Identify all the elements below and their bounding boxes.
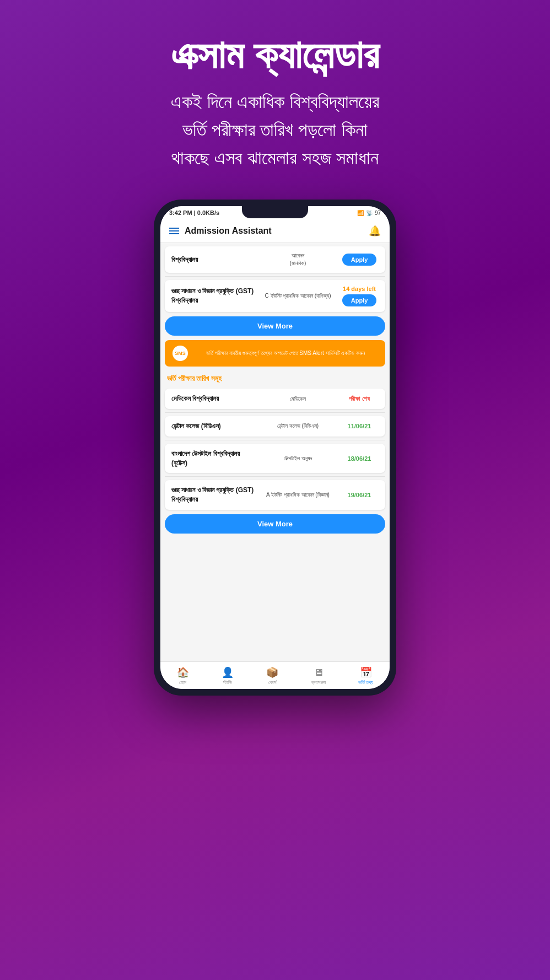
exam-date-badge-4: 19/06/21: [348, 492, 371, 498]
exam-date-badge-3: 18/06/21: [348, 455, 371, 462]
exam-date-1: পরীক্ষা শেষ: [340, 395, 379, 402]
days-left-badge: 14 days left: [343, 286, 376, 292]
exam-card-left-2: ডেন্টাল কলেজ (বিডিএস): [171, 422, 256, 431]
status-icons: 📶 📡 97: [357, 210, 381, 216]
exam-title-4: গুচ্ছ সাধারন ও বিজ্ঞান প্রযুক্তি (GST) ব…: [171, 486, 256, 504]
exam-unit-2: ডেন্টাল কলেজ (বিডিএস): [256, 422, 340, 430]
signal-icon: 📶: [357, 210, 364, 216]
status-time: 3:42 PM | 0.0KB/s: [169, 209, 219, 216]
exam-section-title: ভর্তি পরীক্ষার তারিখ সমূহ: [160, 370, 390, 385]
sms-banner[interactable]: SMS ভর্তি পরীক্ষার যাবতীয় গুরুত্বপূর্ণ …: [165, 340, 385, 367]
exam-date-2: 11/06/21: [340, 423, 379, 429]
divider-2: [165, 412, 385, 413]
header-left: Admission Assistant: [169, 226, 272, 236]
exam-card-2: ডেন্টাল কলেজ (বিডিএস) ডেন্টাল কলেজ (বিডি…: [165, 416, 385, 437]
sms-text: ভর্তি পরীক্ষার যাবতীয় গুরুত্বপূর্ণ তথ্য…: [193, 349, 378, 357]
divider-1: [165, 276, 385, 277]
view-more-button-2[interactable]: View More: [165, 514, 385, 534]
hero-section: এক্সাম ক্যালেন্ডার একই দিনে একাধিক বিশ্ব…: [0, 0, 550, 183]
divider-3: [165, 440, 385, 440]
card-left-1: বিশ্ববিদ্যালয়: [171, 255, 256, 265]
exam-title-3: বাংলাদেশ টেক্সটাইল বিশ্ববিদ্যালয় (বুটেক…: [171, 449, 256, 468]
bottom-nav: 🏠 হোম 👤 স্টাডি 📦 কোর্স 🖥 ক্লাসরুম 📅: [160, 661, 390, 689]
card-title-1: বিশ্ববিদ্যালয়: [171, 255, 256, 265]
course-icon: 📦: [266, 666, 278, 679]
admission-card-1: বিশ্ববিদ্যালয় আবেদন(মানবিক) Apply: [165, 246, 385, 273]
nav-course[interactable]: 📦 কোর্স: [262, 665, 283, 687]
hero-title: এক্সাম ক্যালেন্ডার: [33, 33, 517, 77]
exam-card-left-1: মেডিকেল বিশ্ববিদ্যালয়: [171, 394, 256, 403]
nav-admission[interactable]: 📅 ভর্তি তথ্য: [354, 665, 378, 687]
app-title: Admission Assistant: [185, 226, 272, 236]
battery-text: 97: [375, 210, 381, 216]
home-icon: 🏠: [177, 666, 189, 679]
nav-home-label: হোম: [179, 680, 186, 686]
exam-title-1: মেডিকেল বিশ্ববিদ্যালয়: [171, 394, 256, 403]
nav-admission-label: ভর্তি তথ্য: [358, 680, 374, 686]
view-more-button-1[interactable]: View More: [165, 316, 385, 336]
exam-date-3: 18/06/21: [340, 455, 379, 462]
nav-study-label: স্টাডি: [223, 680, 232, 686]
wifi-icon: 📡: [366, 210, 373, 216]
card-right-1: Apply: [340, 254, 379, 266]
exam-date-4: 19/06/21: [340, 492, 379, 498]
nav-home[interactable]: 🏠 হোম: [172, 665, 193, 687]
exam-card-left-3: বাংলাদেশ টেক্সটাইল বিশ্ববিদ্যালয় (বুটেক…: [171, 449, 256, 468]
phone-mockup: 3:42 PM | 0.0KB/s 📶 📡 97 Admission Assis…: [154, 200, 396, 696]
phone-notch: [242, 206, 308, 218]
admission-icon: 📅: [360, 666, 372, 679]
card-title-2: গুচ্ছ সাধারন ও বিজ্ঞান প্রযুক্তি (GST) ব…: [171, 287, 256, 305]
exam-unit-4: A ইউনিট প্রাথমিক আবেদন (বিজ্ঞান): [256, 491, 340, 499]
exam-unit-3: টেক্সটাইল অনুষদ: [256, 455, 340, 462]
bell-icon[interactable]: 🔔: [369, 225, 381, 237]
nav-course-label: কোর্স: [268, 680, 277, 686]
exam-unit-1: মেডিকেল: [256, 395, 340, 403]
phone-screen: 3:42 PM | 0.0KB/s 📶 📡 97 Admission Assis…: [160, 206, 390, 689]
admission-card-2: গুচ্ছ সাধারন ও বিজ্ঞান প্রযুক্তি (GST) ব…: [165, 280, 385, 312]
nav-classroom-label: ক্লাসরুম: [311, 680, 326, 686]
study-icon: 👤: [222, 666, 234, 679]
apply-button-2[interactable]: Apply: [342, 294, 377, 306]
exam-card-left-4: গুচ্ছ সাধারন ও বিজ্ঞান প্রযুক্তি (GST) ব…: [171, 486, 256, 504]
exam-ended-badge: পরীক্ষা শেষ: [349, 395, 369, 402]
app-header: Admission Assistant 🔔: [160, 219, 390, 243]
exam-title-2: ডেন্টাল কলেজ (বিডিএস): [171, 422, 256, 431]
phone-container: 3:42 PM | 0.0KB/s 📶 📡 97 Admission Assis…: [0, 200, 550, 696]
hamburger-menu[interactable]: [169, 228, 179, 234]
exam-card-3: বাংলাদেশ টেক্সটাইল বিশ্ববিদ্যালয় (বুটেক…: [165, 444, 385, 473]
nav-classroom[interactable]: 🖥 ক্লাসরুম: [307, 666, 330, 687]
classroom-icon: 🖥: [314, 667, 323, 679]
nav-study[interactable]: 👤 স্টাডি: [217, 665, 238, 687]
sms-icon: SMS: [172, 346, 188, 361]
card-middle-2: C ইউনিট প্রাথমিক আবেদন (বাণিজ্য): [256, 292, 340, 300]
exam-date-badge-2: 11/06/21: [348, 423, 371, 429]
divider-4: [165, 476, 385, 477]
exam-card-1: মেডিকেল বিশ্ববিদ্যালয় মেডিকেল পরীক্ষা শ…: [165, 389, 385, 409]
card-middle-1: আবেদন(মানবিক): [256, 252, 340, 267]
hero-subtitle: একই দিনে একাধিক বিশ্ববিদ্যালয়ের ভর্তি প…: [33, 88, 517, 172]
card-right-2: 14 days left Apply: [340, 286, 379, 306]
exam-card-4: গুচ্ছ সাধারন ও বিজ্ঞান প্রযুক্তি (GST) ব…: [165, 480, 385, 510]
card-left-2: গুচ্ছ সাধারন ও বিজ্ঞান প্রযুক্তি (GST) ব…: [171, 287, 256, 305]
screen-content[interactable]: বিশ্ববিদ্যালয় আবেদন(মানবিক) Apply গুচ্ছ…: [160, 243, 390, 661]
apply-button-1[interactable]: Apply: [342, 254, 377, 266]
